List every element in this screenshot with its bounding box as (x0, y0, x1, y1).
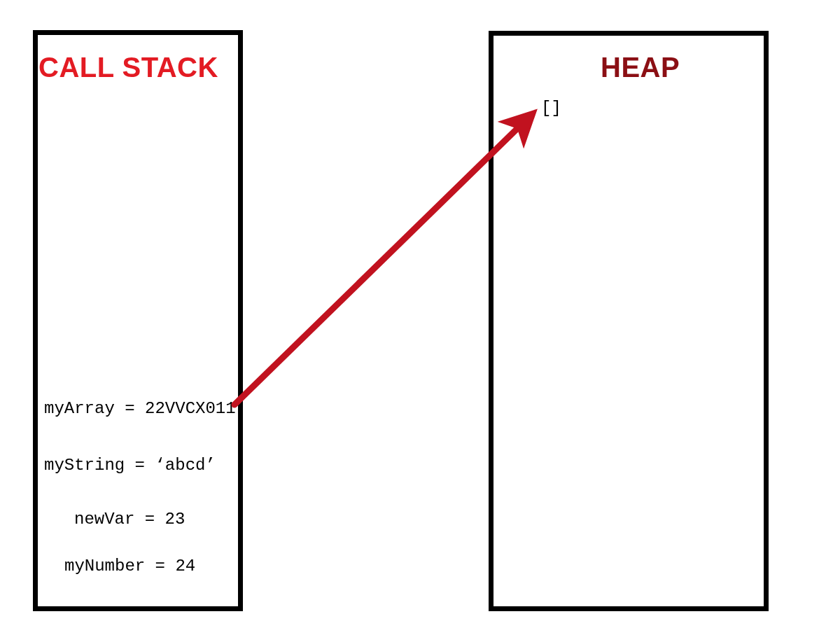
pointer-arrow-line (234, 118, 528, 405)
heap-box (489, 31, 769, 611)
stack-entry-myarray: myArray = 22VVCX011 (44, 399, 236, 418)
heap-title: HEAP (601, 52, 680, 83)
call-stack-title: CALL STACK (38, 52, 218, 83)
stack-entry-newvar: newVar = 23 (74, 510, 185, 529)
stack-entry-mystring: myString = ‘abcd’ (44, 456, 216, 475)
heap-entry-array: [] (541, 99, 561, 118)
stack-entry-mynumber: myNumber = 24 (64, 557, 195, 575)
